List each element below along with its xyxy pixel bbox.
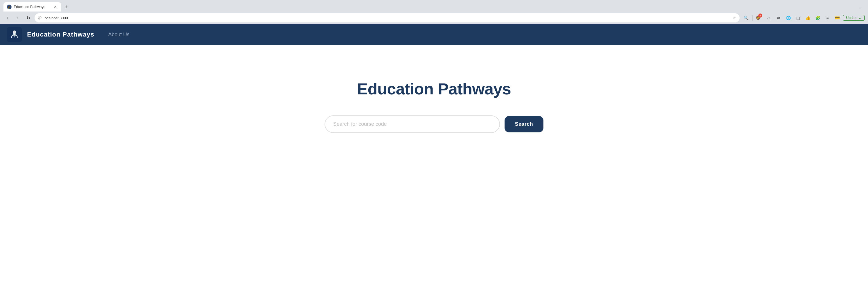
search-row: Search bbox=[324, 116, 544, 133]
browser-toolbar-right: 🔍 🦁 8 ⚠ ⇄ 🌐 ◫ 👍 🧩 ≡ 💳 Update ⌄ bbox=[742, 14, 865, 22]
search-toolbar-icon[interactable]: 🔍 bbox=[742, 14, 750, 22]
browser-chrome: 🎓 Education Pathways ✕ + ⌄ ‹ › ↻ ⓘ local… bbox=[0, 0, 868, 24]
tab-list-chevron-icon[interactable]: ⌄ bbox=[857, 3, 865, 11]
update-label: Update bbox=[846, 16, 857, 20]
brave-shield-icon[interactable]: 🦁 8 bbox=[755, 14, 763, 22]
logo-svg bbox=[9, 29, 20, 40]
browser-nav-bar: ‹ › ↻ ⓘ localhost:3000 ☆ 🔍 🦁 8 ⚠ ⇄ 🌐 ◫ 👍… bbox=[0, 11, 868, 24]
forward-icon: › bbox=[17, 15, 19, 21]
security-icon: ⓘ bbox=[38, 15, 41, 21]
site-nav: Education Pathways About Us bbox=[0, 24, 868, 45]
back-button[interactable]: ‹ bbox=[3, 14, 11, 22]
browser-tab-bar: 🎓 Education Pathways ✕ + ⌄ bbox=[0, 0, 868, 11]
extensions-icon[interactable]: 🧩 bbox=[813, 14, 822, 22]
toolbar-divider-1 bbox=[752, 15, 752, 21]
bookmark-icon[interactable]: ☆ bbox=[732, 15, 736, 20]
website-content: Education Pathways About Us Education Pa… bbox=[0, 24, 868, 297]
search-button[interactable]: Search bbox=[504, 116, 544, 132]
url-display: localhost:3000 bbox=[44, 16, 68, 20]
thumbs-up-icon[interactable]: 👍 bbox=[804, 14, 812, 22]
site-nav-title: Education Pathways bbox=[27, 31, 94, 38]
forward-button[interactable]: › bbox=[14, 14, 22, 22]
update-button[interactable]: Update ⌄ bbox=[843, 15, 865, 21]
course-search-input[interactable] bbox=[324, 116, 500, 133]
update-chevron-icon: ⌄ bbox=[859, 16, 861, 20]
svg-point-0 bbox=[13, 31, 16, 34]
back-icon: ‹ bbox=[7, 15, 8, 21]
nav-link-about-us[interactable]: About Us bbox=[108, 32, 130, 38]
warning-icon[interactable]: ⚠ bbox=[765, 14, 773, 22]
translate-icon[interactable]: 🌐 bbox=[784, 14, 792, 22]
page-heading: Education Pathways bbox=[357, 79, 511, 98]
browser-tab-active[interactable]: 🎓 Education Pathways ✕ bbox=[3, 2, 61, 11]
sidebar-icon[interactable]: ◫ bbox=[794, 14, 802, 22]
main-content: Education Pathways Search bbox=[0, 45, 868, 191]
new-tab-button[interactable]: + bbox=[62, 3, 70, 11]
site-logo bbox=[7, 27, 22, 42]
tab-title: Education Pathways bbox=[14, 5, 51, 9]
sync-icon[interactable]: ⇄ bbox=[774, 14, 782, 22]
reload-button[interactable]: ↻ bbox=[24, 14, 32, 22]
brave-badge-count: 8 bbox=[758, 13, 762, 18]
wallet-icon[interactable]: 💳 bbox=[833, 14, 841, 22]
reading-list-icon[interactable]: ≡ bbox=[824, 14, 831, 22]
tab-close-button[interactable]: ✕ bbox=[53, 5, 58, 9]
address-bar[interactable]: ⓘ localhost:3000 ☆ bbox=[35, 13, 740, 23]
tab-favicon: 🎓 bbox=[7, 5, 11, 9]
reload-icon: ↻ bbox=[27, 15, 30, 21]
